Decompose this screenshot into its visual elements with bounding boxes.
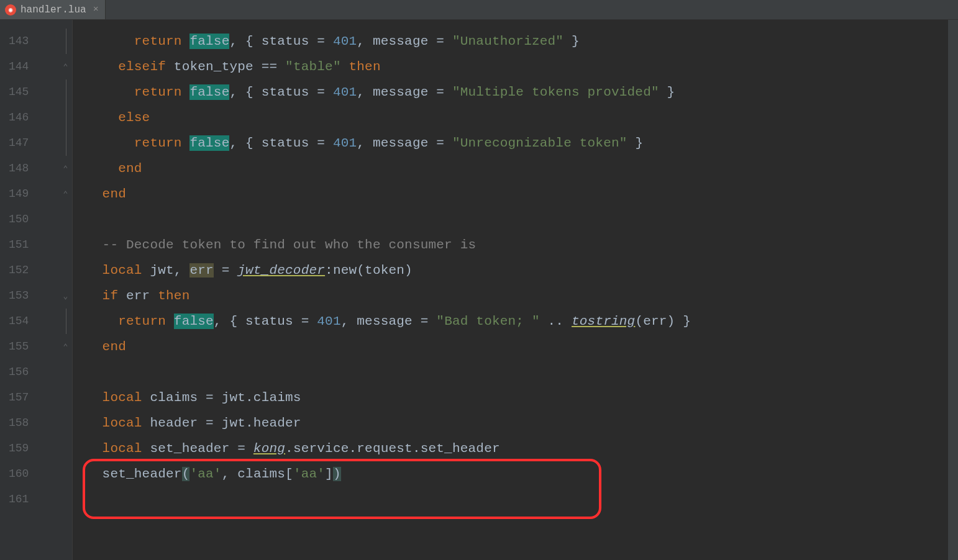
line-number: 160 [0, 461, 59, 487]
line-number: 157 [0, 385, 59, 410]
line-number: 147 [0, 130, 59, 156]
code-line [86, 207, 948, 232]
line-number: 149 [0, 181, 59, 207]
line-number: 151 [0, 232, 59, 258]
fold-guide [59, 207, 72, 232]
fold-end-icon[interactable]: ⌃ [59, 156, 72, 181]
editor[interactable]: 143 144 145 146 147 148 149 150 151 152 … [0, 20, 958, 560]
fold-guide [59, 130, 72, 156]
line-number: 145 [0, 79, 59, 105]
file-tab[interactable]: ◉ handler.lua × [0, 0, 106, 19]
code-line: end [86, 334, 948, 359]
fold-guide [59, 410, 72, 436]
fold-end-icon[interactable]: ⌃ [59, 334, 72, 359]
fold-guide [59, 385, 72, 410]
code-line: return false, { status = 401, message = … [86, 130, 948, 156]
fold-guide [59, 359, 72, 385]
code-line: local set_header = kong.service.request.… [86, 436, 948, 461]
fold-guide [59, 105, 72, 130]
code-line: local claims = jwt.claims [86, 385, 948, 410]
close-icon[interactable]: × [93, 4, 99, 15]
code-line: else [86, 105, 948, 130]
line-number: 153 [0, 283, 59, 309]
code-line: end [86, 181, 948, 207]
fold-guide [59, 79, 72, 105]
lua-file-icon: ◉ [5, 4, 16, 16]
fold-start-icon[interactable]: ⌄ [59, 283, 72, 309]
code-line: return false, { status = 401, message = … [86, 309, 948, 334]
code-line [86, 487, 948, 512]
code-line: set_header('aa', claims['aa']) [86, 461, 948, 487]
tab-bar: ◉ handler.lua × [0, 0, 958, 20]
code-line: end [86, 156, 948, 181]
line-number: 155 [0, 334, 59, 359]
code-line: return false, { status = 401, message = … [86, 29, 948, 54]
code-line: if err then [86, 283, 948, 309]
line-number: 154 [0, 309, 59, 334]
fold-end-icon[interactable]: ⌃ [59, 54, 72, 79]
line-number: 159 [0, 436, 59, 461]
line-number: 152 [0, 258, 59, 283]
line-number: 148 [0, 156, 59, 181]
line-number: 156 [0, 359, 59, 385]
fold-guide [59, 461, 72, 487]
code-line: local jwt, err = jwt_decoder:new(token) [86, 258, 948, 283]
vertical-scrollbar[interactable] [948, 20, 958, 560]
code-line: -- Decode token to find out who the cons… [86, 232, 948, 258]
line-number: 146 [0, 105, 59, 130]
fold-guide [59, 258, 72, 283]
fold-gutter: ⌃ ⌃ ⌃ ⌄ ⌃ [59, 20, 73, 560]
line-number: 143 [0, 29, 59, 54]
code-line: return false, { status = 401, message = … [86, 79, 948, 105]
code-line: elseif token_type == "table" then [86, 54, 948, 79]
fold-guide [59, 309, 72, 334]
code-line: local header = jwt.header [86, 410, 948, 436]
tab-label: handler.lua [21, 4, 86, 16]
fold-guide [59, 232, 72, 258]
fold-guide [59, 29, 72, 54]
code-content[interactable]: return false, { status = 401, message = … [73, 20, 948, 560]
line-number: 144 [0, 54, 59, 79]
line-number: 158 [0, 410, 59, 436]
fold-guide [59, 436, 72, 461]
line-number: 161 [0, 487, 59, 512]
fold-end-icon[interactable]: ⌃ [59, 181, 72, 207]
line-number-gutter: 143 144 145 146 147 148 149 150 151 152 … [0, 20, 59, 560]
fold-guide [59, 487, 72, 512]
line-number: 150 [0, 207, 59, 232]
code-line [86, 359, 948, 385]
